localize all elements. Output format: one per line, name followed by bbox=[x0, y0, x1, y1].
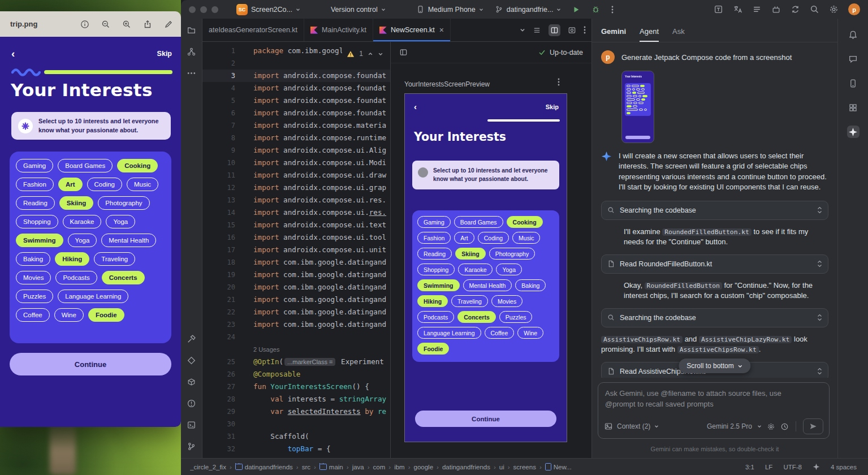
attachment-thumbnail[interactable]: Your Interests bbox=[621, 71, 654, 143]
zoom-in-icon[interactable] bbox=[122, 19, 131, 29]
split-pane-icon[interactable] bbox=[399, 48, 408, 57]
gemini-settings-gear-icon[interactable] bbox=[767, 422, 775, 431]
code-line[interactable]: 4import androidx.compose.foundat bbox=[202, 82, 390, 94]
todo-list-icon[interactable] bbox=[752, 5, 762, 14]
preview-kebab-icon[interactable] bbox=[558, 78, 560, 86]
version-control-icon[interactable] bbox=[187, 442, 196, 451]
code-line[interactable]: 10import androidx.compose.ui.Modi bbox=[202, 157, 390, 169]
code-line[interactable]: 29 var selectedInterests by re bbox=[202, 405, 390, 418]
code-line[interactable]: 9import androidx.compose.ui.Alig bbox=[202, 144, 390, 157]
device-selector[interactable]: Medium Phone bbox=[413, 3, 487, 15]
hidden-tabs-chevron-icon[interactable] bbox=[520, 27, 525, 33]
editor-tab-NewScreen.kt[interactable]: NewScreen.kt× bbox=[373, 19, 451, 41]
sync-icon[interactable] bbox=[791, 5, 800, 14]
gemini-input[interactable]: Ask Gemini, use @filename to attach sour… bbox=[598, 382, 830, 439]
preview-sync-status[interactable]: Up-to-date bbox=[538, 49, 583, 57]
code-line[interactable]: 2 bbox=[202, 57, 390, 70]
editor-tab-MainActivity.kt[interactable]: MainActivity.kt bbox=[304, 19, 373, 41]
code-line[interactable]: 11import androidx.compose.ui.draw bbox=[202, 169, 390, 182]
split-view-icon[interactable] bbox=[549, 24, 560, 36]
code-editor[interactable]: 1package com.ibm.googl23import androidx.… bbox=[202, 42, 390, 458]
settings-gear-icon[interactable] bbox=[829, 5, 839, 14]
breadcrumb-src[interactable]: src bbox=[302, 464, 310, 470]
code-line[interactable]: 24 bbox=[202, 331, 390, 343]
breadcrumb-java[interactable]: java bbox=[352, 464, 364, 470]
code-line[interactable]: 21import com.ibm.google.datingand bbox=[202, 293, 390, 306]
expand-chevrons-icon[interactable] bbox=[817, 260, 822, 267]
close-tab-icon[interactable]: × bbox=[439, 26, 444, 34]
file-encoding[interactable]: UTF-8 bbox=[783, 464, 802, 470]
caret-position[interactable]: 3:1 bbox=[745, 464, 754, 470]
preview-name[interactable]: YourInterestsScreenPreview bbox=[404, 80, 490, 88]
plugins-icon[interactable] bbox=[771, 5, 781, 14]
translate-icon[interactable] bbox=[733, 5, 742, 14]
breadcrumb-ui[interactable]: ui bbox=[499, 464, 504, 470]
close-window-icon[interactable] bbox=[189, 6, 196, 13]
model-selector[interactable]: Gemini 2.5 Pro bbox=[707, 422, 752, 430]
breadcrumb-_circle_2_fix[interactable]: _circle_2_fix bbox=[190, 464, 226, 470]
run-configuration[interactable]: datingandfrie... bbox=[491, 3, 565, 15]
code-line[interactable]: 2 Usages bbox=[202, 343, 390, 356]
breadcrumb-com[interactable]: com bbox=[373, 464, 386, 470]
code-line[interactable]: 14import androidx.compose.ui.res. bbox=[202, 206, 390, 219]
terminal-icon[interactable] bbox=[187, 420, 196, 430]
vcs-widget[interactable]: Version control bbox=[327, 4, 389, 15]
code-line[interactable]: 22import com.ibm.google.datingand bbox=[202, 306, 390, 318]
code-line[interactable]: 27fun YourInterestsScreen() { bbox=[202, 381, 390, 393]
code-line[interactable]: 16import androidx.compose.ui.tool bbox=[202, 231, 390, 244]
design-view-icon[interactable] bbox=[566, 24, 578, 36]
zoom-out-icon[interactable] bbox=[101, 19, 110, 29]
breadcrumb-new-[interactable]: New... bbox=[545, 463, 572, 470]
tool-call-row[interactable]: Searching the codebase bbox=[601, 308, 828, 327]
code-line[interactable]: 26@Composable bbox=[202, 368, 390, 381]
ai-chat-icon[interactable] bbox=[847, 53, 860, 65]
context-label[interactable]: Context (2) bbox=[617, 422, 650, 430]
gemini-status-icon[interactable] bbox=[813, 463, 820, 470]
minimize-window-icon[interactable] bbox=[200, 6, 207, 13]
tab-ask[interactable]: Ask bbox=[672, 27, 685, 42]
search-icon[interactable] bbox=[810, 5, 819, 14]
breadcrumb-datingandfriends[interactable]: datingandfriends bbox=[235, 464, 293, 470]
breadcrumb-ibm[interactable]: ibm bbox=[394, 464, 405, 470]
ui-check-icon[interactable] bbox=[714, 5, 723, 14]
send-button[interactable] bbox=[803, 418, 823, 434]
quality-insights-icon[interactable] bbox=[187, 356, 196, 365]
tab-agent[interactable]: Agent bbox=[640, 27, 659, 42]
prev-problem-chevron-icon[interactable] bbox=[368, 51, 373, 57]
markup-pencil-icon[interactable] bbox=[163, 19, 173, 29]
inspection-widget[interactable]: 1 bbox=[342, 49, 386, 59]
breadcrumb-datingandfriends[interactable]: datingandfriends bbox=[442, 464, 490, 470]
editor-tab-ateIdeasGeneratorScreen.kt[interactable]: ateIdeasGeneratorScreen.kt bbox=[202, 19, 304, 41]
code-line[interactable]: 7import androidx.compose.materia bbox=[202, 119, 390, 132]
tool-call-row[interactable]: Searching the codebase bbox=[601, 201, 828, 220]
build-hammer-icon[interactable] bbox=[187, 334, 196, 344]
breadcrumb-main[interactable]: main bbox=[319, 464, 343, 470]
code-line[interactable]: 12import androidx.compose.ui.grap bbox=[202, 182, 390, 194]
next-problem-chevron-icon[interactable] bbox=[378, 51, 383, 57]
code-line[interactable]: 28 val interests = stringArray bbox=[202, 393, 390, 405]
code-line[interactable]: 23import com.ibm.google.datingand bbox=[202, 318, 390, 331]
code-line[interactable]: 19import com.ibm.google.datingand bbox=[202, 269, 390, 281]
code-line[interactable]: 17import androidx.compose.ui.unit bbox=[202, 244, 390, 256]
expand-chevrons-icon[interactable] bbox=[817, 314, 822, 321]
notifications-bell-icon[interactable] bbox=[847, 28, 860, 41]
code-line[interactable]: 6import androidx.compose.foundat bbox=[202, 107, 390, 119]
structure-tool-icon[interactable] bbox=[187, 47, 196, 57]
code-line[interactable]: 13import androidx.compose.ui.res. bbox=[202, 194, 390, 206]
code-line[interactable]: 30 bbox=[202, 418, 390, 430]
project-selector[interactable]: SC Screen2Co... bbox=[233, 2, 304, 17]
gemini-tool-icon[interactable] bbox=[847, 126, 860, 138]
history-clock-icon[interactable] bbox=[780, 422, 789, 431]
expand-chevrons-icon[interactable] bbox=[817, 206, 822, 214]
share-icon[interactable] bbox=[142, 19, 152, 29]
expand-chevrons-icon[interactable] bbox=[817, 368, 822, 375]
zoom-window-icon[interactable] bbox=[211, 6, 218, 13]
user-avatar[interactable]: p bbox=[848, 3, 860, 15]
code-line[interactable]: 5import androidx.compose.foundat bbox=[202, 94, 390, 107]
code-line[interactable]: 32 topBar = { bbox=[202, 443, 390, 455]
resource-manager-icon[interactable] bbox=[847, 101, 860, 114]
project-tool-icon[interactable] bbox=[187, 25, 196, 35]
problems-icon[interactable] bbox=[187, 399, 196, 408]
breadcrumb-screens[interactable]: screens bbox=[513, 464, 536, 470]
breadcrumb-google[interactable]: google bbox=[414, 464, 434, 470]
